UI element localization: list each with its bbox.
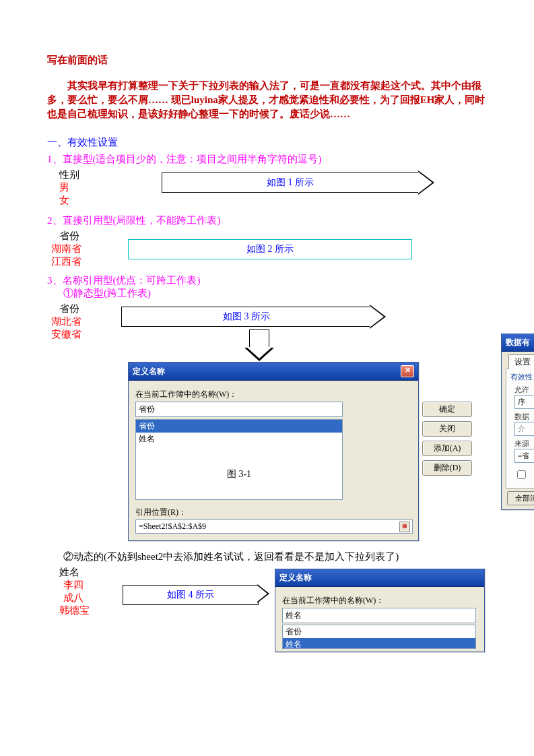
document-page: 写在前面的话 其实我早有打算整理一下关于下拉列表的输入法了，可是一直都没有架起这… xyxy=(0,0,534,667)
partial-title: 数据有 xyxy=(506,337,530,348)
dialog1-buttons: 确定 关闭 添加(A) 删除(D) xyxy=(422,402,472,476)
partial-titlebar: 数据有 xyxy=(502,334,534,352)
dialog2-list-label: 在当前工作簿中的名称(W)： xyxy=(282,595,477,606)
dialog2-name-input[interactable]: 姓名 xyxy=(282,608,476,623)
ok-button[interactable]: 确定 xyxy=(422,402,472,417)
close-button[interactable]: 关闭 xyxy=(422,421,472,437)
fig-caption: 图 3-1 xyxy=(136,468,342,480)
dialog2-titlebar: 定义名称 xyxy=(275,569,484,587)
dialog1-list-label-text: 在当前工作簿中的名称(W)： xyxy=(135,389,237,399)
dialog2-input-value: 姓名 xyxy=(286,610,302,620)
arrow-box-3: 如图 3 所示 xyxy=(121,307,372,327)
allow-label: 允许 xyxy=(514,385,534,395)
item1-label: 1、直接型(适合项目少的，注意：项目之间用半角字符的逗号) xyxy=(47,153,487,166)
define-name-dialog-2: 定义名称 在当前工作簿中的名称(W)： 姓名 省份 姓名 xyxy=(275,569,485,652)
item3-sub2: ②动态的(不妨到sheet2中去添加姓名试试，返回看看是不是加入下拉列表了) xyxy=(63,550,487,563)
define-name-dialog-1: 定义名称 ✕ 在当前工作簿中的名称(W)： 省份 省份 姓名 图 3-1 引用位… xyxy=(128,362,419,541)
dialog1-list-label: 在当前工作簿中的名称(W)： xyxy=(135,389,411,400)
allow-input[interactable]: 序 xyxy=(514,395,534,409)
arrow3-text: 如图 3 所示 xyxy=(223,311,270,321)
data-value: 介 xyxy=(518,424,525,433)
dialog2-body: 在当前工作簿中的名称(W)： 姓名 省份 姓名 xyxy=(275,587,484,652)
list-item[interactable]: 省份 xyxy=(283,625,475,638)
partial-line1: 有效性 xyxy=(510,372,534,382)
source-label: 来源 xyxy=(514,439,534,449)
list-item[interactable]: 省份 xyxy=(136,420,342,433)
add-button[interactable]: 添加(A) xyxy=(422,441,472,456)
dialog1-input-value: 省份 xyxy=(139,404,155,414)
delete-button[interactable]: 删除(D) xyxy=(422,460,472,476)
item3-sub1: ①静态型(跨工作表) xyxy=(63,287,487,300)
dialog1-ref-label: 引用位置(R)： xyxy=(135,507,413,518)
item2-label: 2、直接引用型(局限性，不能跨工作表) xyxy=(47,214,487,227)
tab-settings[interactable]: 设置 xyxy=(508,354,534,369)
arrow2-text: 如图 2 所示 xyxy=(246,244,294,254)
preface-body: 其实我早有打算整理一下关于下拉列表的输入法了，可是一直都没有架起这个式。其中个由… xyxy=(47,79,487,121)
list-item[interactable]: 姓名 xyxy=(136,433,342,445)
data-validation-dialog-partial: 数据有 设置 有效性 允许 序 数据 介 来源 =省 全部清 xyxy=(501,334,534,510)
preface-title: 写在前面的话 xyxy=(47,54,487,67)
clear-all-button[interactable]: 全部清 xyxy=(507,491,534,505)
range-picker-icon[interactable]: ▦ xyxy=(399,522,410,532)
arrow4-head xyxy=(257,584,269,603)
dialog1-title: 定义名称 xyxy=(133,366,165,377)
dialog1-ref-input[interactable]: =Sheet2!$A$2:$A$9 ▦ xyxy=(135,519,413,534)
close-icon[interactable]: ✕ xyxy=(401,365,414,377)
section1-heading: 一、有效性设置 xyxy=(47,136,487,149)
arrow1-text: 如图 1 所示 xyxy=(267,177,314,187)
dialog1-ref-value: =Sheet2!$A$2:$A$9 xyxy=(139,522,206,531)
dialog2-title: 定义名称 xyxy=(279,572,312,584)
arrow-box-1: 如图 1 所示 xyxy=(162,172,419,193)
dialog1-listbox[interactable]: 省份 姓名 图 3-1 xyxy=(135,419,343,500)
source-input[interactable]: =省 xyxy=(514,449,534,463)
arrow-box-2: 如图 2 所示 xyxy=(128,239,412,259)
arrow-box-4: 如图 4 所示 xyxy=(123,585,259,605)
source-value: =省 xyxy=(518,451,529,460)
dialog1-body: 在当前工作簿中的名称(W)： 省份 省份 姓名 图 3-1 引用位置(R)： =… xyxy=(129,381,418,540)
item1-opt2: 女 xyxy=(59,194,487,207)
dialog1-name-input[interactable]: 省份 xyxy=(135,402,343,417)
item3-label: 3、名称引用型(优点：可跨工作表) xyxy=(47,274,487,287)
data-label: 数据 xyxy=(514,412,534,422)
dialog1-titlebar: 定义名称 ✕ xyxy=(129,363,418,381)
data-input[interactable]: 介 xyxy=(514,422,534,436)
allow-value: 序 xyxy=(518,398,525,406)
arrow1-head xyxy=(418,170,434,195)
dialog2-listbox[interactable]: 省份 姓名 xyxy=(282,625,476,649)
partial-checkbox[interactable] xyxy=(517,470,526,479)
arrow4-text: 如图 4 所示 xyxy=(167,590,214,600)
down-arrow xyxy=(249,329,269,348)
list-item[interactable]: 姓名 xyxy=(283,638,475,649)
arrow3-head xyxy=(370,305,386,329)
